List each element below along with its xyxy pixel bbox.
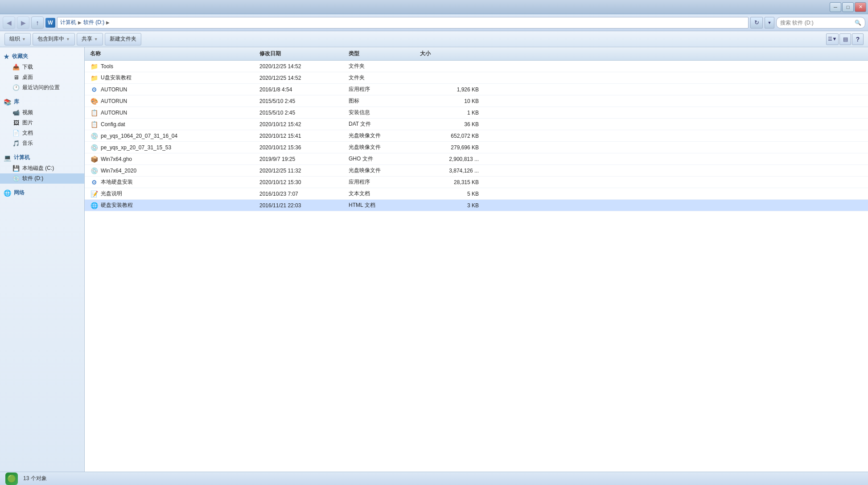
col-header-name[interactable]: 名称 <box>88 49 258 58</box>
table-row[interactable]: 📁 Tools 2020/12/25 14:52 文件夹 <box>85 61 868 72</box>
file-type-cell: HTML 文档 <box>347 201 418 210</box>
sidebar-item-documents[interactable]: 📄 文档 <box>0 128 84 138</box>
file-type-cell: 安装信息 <box>347 108 418 117</box>
table-row[interactable]: ⚙ 本地硬盘安装 2020/10/12 15:30 应用程序 28,315 KB <box>85 177 868 188</box>
table-row[interactable]: 💿 pe_yqs_xp_20_07_31_15_53 2020/10/12 15… <box>85 142 868 153</box>
network-label: 网络 <box>14 189 25 197</box>
file-type-cell: 图标 <box>347 96 418 106</box>
network-group[interactable]: 🌐 网络 <box>0 187 84 198</box>
breadcrumb-sep-1: ▶ <box>78 20 82 25</box>
sidebar-item-video[interactable]: 📹 视频 <box>0 107 84 118</box>
share-chevron: ▼ <box>94 37 98 41</box>
sidebar-item-download[interactable]: 📥 下载 <box>0 62 84 72</box>
sidebar-item-desktop[interactable]: 🖥 桌面 <box>0 72 84 82</box>
file-date-cell: 2015/5/10 2:45 <box>258 97 347 105</box>
file-date-cell: 2020/12/25 14:52 <box>258 74 347 82</box>
file-type: 光盘映像文件 <box>349 132 381 140</box>
table-row[interactable]: 📦 Win7x64.gho 2019/9/7 19:25 GHO 文件 2,90… <box>85 153 868 165</box>
file-name: AUTORUN <box>101 98 127 104</box>
titlebar-buttons: ─ □ ✕ <box>830 2 866 12</box>
favorites-group[interactable]: ★ 收藏夹 <box>0 51 84 62</box>
up-icon: ↑ <box>36 19 39 26</box>
file-size: 5 KB <box>467 191 479 197</box>
breadcrumb-computer[interactable]: 计算机 <box>60 19 76 26</box>
include-library-button[interactable]: 包含到库中 ▼ <box>33 33 75 45</box>
organize-button[interactable]: 组织 ▼ <box>4 33 31 45</box>
file-name-cell: 📋 AUTORUN <box>88 108 258 117</box>
file-date: 2020/10/12 15:41 <box>259 133 301 139</box>
libraries-group[interactable]: 📚 库 <box>0 96 84 107</box>
file-name: 光盘说明 <box>101 190 122 197</box>
favorites-label: 收藏夹 <box>12 53 28 60</box>
file-date-cell: 2016/11/21 22:03 <box>258 201 347 210</box>
file-type: HTML 文档 <box>349 201 375 209</box>
sidebar-item-pictures[interactable]: 🖼 图片 <box>0 118 84 128</box>
libraries-section: 📚 库 📹 视频 🖼 图片 📄 文档 🎵 音乐 <box>0 96 84 148</box>
file-size: 10 KB <box>464 98 479 104</box>
file-name: U盘安装教程 <box>101 74 132 82</box>
sidebar-item-drive-d[interactable]: 💿 软件 (D:) <box>0 173 84 184</box>
sidebar-item-recent-label: 最近访问的位置 <box>22 84 60 91</box>
breadcrumb-drive[interactable]: 软件 (D:) <box>83 19 104 26</box>
table-row[interactable]: 🌐 硬盘安装教程 2016/11/21 22:03 HTML 文档 3 KB <box>85 200 868 211</box>
file-date-cell: 2016/10/23 7:07 <box>258 190 347 198</box>
file-date: 2020/10/12 15:42 <box>259 121 301 127</box>
file-name: Tools <box>101 63 113 70</box>
table-row[interactable]: 📝 光盘说明 2016/10/23 7:07 文本文档 5 KB <box>85 188 868 200</box>
maximize-button[interactable]: □ <box>842 2 854 12</box>
search-icon[interactable]: 🔍 <box>855 20 861 26</box>
new-folder-button[interactable]: 新建文件夹 <box>105 33 141 45</box>
table-row[interactable]: 💿 pe_yqs_1064_20_07_31_16_04 2020/10/12 … <box>85 130 868 142</box>
file-size: 3,874,126 ... <box>449 168 479 174</box>
table-row[interactable]: 🎨 AUTORUN 2015/5/10 2:45 图标 10 KB <box>85 95 868 107</box>
file-type: 应用程序 <box>349 178 370 186</box>
file-type: 应用程序 <box>349 86 370 93</box>
search-input[interactable] <box>780 20 853 26</box>
minimize-button[interactable]: ─ <box>830 2 841 12</box>
table-row[interactable]: 💿 Win7x64_2020 2020/12/25 11:32 光盘映像文件 3… <box>85 165 868 177</box>
back-button[interactable]: ◀ <box>3 16 15 29</box>
file-size-cell: 36 KB <box>418 120 481 128</box>
file-size-cell: 2,900,813 ... <box>418 155 481 163</box>
forward-button[interactable]: ▶ <box>17 16 29 29</box>
table-row[interactable]: 📁 U盘安装教程 2020/12/25 14:52 文件夹 <box>85 72 868 84</box>
location-dropdown[interactable]: ▼ <box>765 17 774 29</box>
computer-group[interactable]: 💻 计算机 <box>0 152 84 163</box>
table-row[interactable]: 📋 AUTORUN 2015/5/10 2:45 安装信息 1 KB <box>85 107 868 119</box>
sidebar-item-recent[interactable]: 🕐 最近访问的位置 <box>0 82 84 93</box>
file-name-cell: 💿 pe_yqs_1064_20_07_31_16_04 <box>88 132 258 140</box>
file-size-cell: 279,696 KB <box>418 144 481 152</box>
file-rows-container: 📁 Tools 2020/12/25 14:52 文件夹 📁 U盘安装教程 20… <box>85 61 868 211</box>
preview-pane-button[interactable]: ▤ <box>839 33 851 45</box>
sidebar-item-music[interactable]: 🎵 音乐 <box>0 138 84 148</box>
share-button[interactable]: 共享 ▼ <box>77 33 103 45</box>
file-type: 文本文档 <box>349 190 370 197</box>
close-button[interactable]: ✕ <box>855 2 866 12</box>
network-section: 🌐 网络 <box>0 187 84 198</box>
file-size-cell: 28,315 KB <box>418 178 481 186</box>
file-name: 硬盘安装教程 <box>101 201 133 209</box>
up-button[interactable]: ↑ <box>31 16 44 29</box>
status-count: 13 个对象 <box>23 475 47 482</box>
help-button[interactable]: ? <box>852 33 864 45</box>
col-header-type[interactable]: 类型 <box>347 49 418 58</box>
file-size-cell: 1,926 KB <box>418 86 481 94</box>
table-row[interactable]: ⚙ AUTORUN 2016/1/8 4:54 应用程序 1,926 KB <box>85 84 868 95</box>
sidebar-item-drive-c[interactable]: 💾 本地磁盘 (C:) <box>0 163 84 173</box>
file-type-cell: 光盘映像文件 <box>347 143 418 152</box>
file-date: 2016/10/23 7:07 <box>259 191 298 197</box>
file-name: 本地硬盘安装 <box>101 178 133 186</box>
col-header-date[interactable]: 修改日期 <box>258 49 347 58</box>
table-row[interactable]: 📋 Config.dat 2020/10/12 15:42 DAT 文件 36 … <box>85 119 868 130</box>
drive-d-icon: 💿 <box>12 175 20 182</box>
download-icon: 📥 <box>12 64 20 70</box>
file-date: 2016/1/8 4:54 <box>259 86 292 93</box>
file-name: pe_yqs_1064_20_07_31_16_04 <box>101 133 177 139</box>
back-icon: ◀ <box>7 19 12 26</box>
refresh-button[interactable]: ↻ <box>750 17 763 29</box>
file-type: 文件夹 <box>349 74 365 82</box>
view-options-button[interactable]: ☰▼ <box>826 33 839 45</box>
addressbar: ◀ ▶ ↑ W 计算机 ▶ 软件 (D:) ▶ ↻ ▼ 🔍 <box>0 14 868 31</box>
file-name-cell: 📁 U盘安装教程 <box>88 73 258 82</box>
col-header-size[interactable]: 大小 <box>418 49 481 58</box>
